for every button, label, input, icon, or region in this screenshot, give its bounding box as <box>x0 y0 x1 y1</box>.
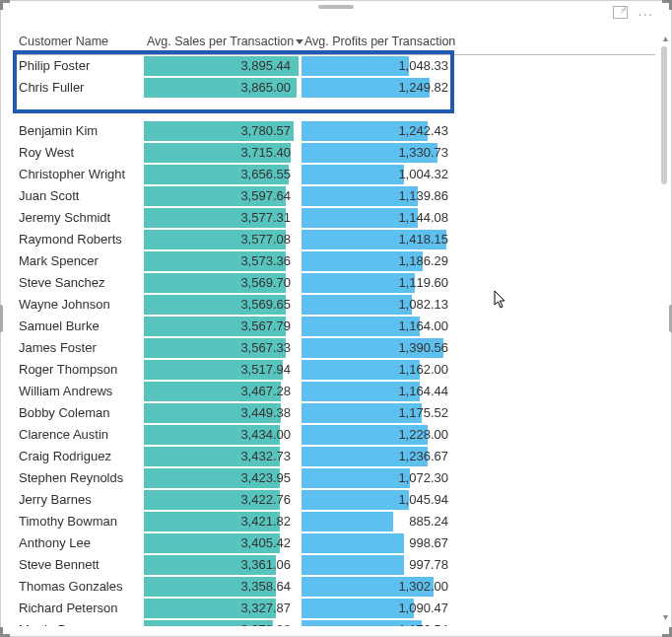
resize-handle-left[interactable] <box>0 305 3 332</box>
table-row[interactable]: Thomas Gonzales3,358.641,302.00 <box>15 576 655 598</box>
cell-customer: William Andrews <box>15 381 143 402</box>
table-row[interactable] <box>15 99 655 120</box>
cell-sales: 3,895.44 <box>143 55 301 77</box>
visual-container[interactable]: ··· ▴ ▾ Customer Name Avg. Sales per Tra… <box>0 0 672 637</box>
cell-profits: 1,164.44 <box>301 381 458 402</box>
cell-sales: 3,715.40 <box>143 142 301 164</box>
cell-profits: 1,249.82 <box>301 77 458 99</box>
cell-sales: 3,358.64 <box>143 576 301 598</box>
table-row[interactable]: Juan Scott3,597.641,139.86 <box>15 185 655 207</box>
cell-customer <box>15 99 143 120</box>
cell-profits: 1,072.30 <box>301 467 458 489</box>
table-row[interactable]: Timothy Bowman3,421.82885.24 <box>15 511 655 532</box>
cell-sales: 3,569.65 <box>143 294 301 316</box>
cell-profits: 885.24 <box>301 511 458 532</box>
cell-profits: 1,164.00 <box>301 316 458 337</box>
table-row[interactable]: James Foster3,567.331,390.56 <box>15 337 655 359</box>
table-row[interactable]: Roger Thompson3,517.941,162.00 <box>15 359 655 381</box>
cell-customer: Roy West <box>15 142 143 164</box>
drag-handle-top[interactable] <box>318 5 354 9</box>
table-row[interactable]: Craig Rodriguez3,432.731,236.67 <box>15 446 655 467</box>
table-row[interactable]: Christopher Wright3,656.551,004.32 <box>15 164 655 185</box>
cell-sales: 3,573.36 <box>143 250 301 272</box>
cell-profits: 1,418.15 <box>301 229 458 250</box>
cell-sales: 3,278.08 <box>143 619 301 627</box>
cell-customer: Juan Scott <box>15 185 143 207</box>
cell-profits: 1,302.00 <box>301 576 458 598</box>
cell-customer: Samuel Burke <box>15 316 143 337</box>
cell-customer: Richard Peterson <box>15 598 143 619</box>
resize-handle-tr[interactable] <box>662 0 672 10</box>
scroll-down-icon[interactable]: ▾ <box>663 611 668 622</box>
cell-profits: 1,330.73 <box>301 142 458 164</box>
table-header-row: Customer Name Avg. Sales per Transaction… <box>15 31 655 55</box>
cell-profits: 1,162.00 <box>301 359 458 381</box>
cell-profits: 1,119.60 <box>301 272 458 294</box>
cell-profits: 1,004.32 <box>301 164 458 185</box>
table-row[interactable]: Steve Bennett3,361.06997.78 <box>15 554 655 576</box>
col-header-profits[interactable]: Avg. Profits per Transaction <box>301 31 458 55</box>
table-row[interactable]: Wayne Johnson3,569.651,082.13 <box>15 294 655 316</box>
cell-customer: Thomas Gonzales <box>15 576 143 598</box>
resize-handle-bl[interactable] <box>0 627 10 637</box>
cell-profits: 1,048.33 <box>301 55 458 77</box>
cell-sales <box>143 99 301 120</box>
sort-desc-icon <box>296 39 303 44</box>
col-header-sales[interactable]: Avg. Sales per Transaction <box>143 31 301 55</box>
cell-customer: Christopher Wright <box>15 164 143 185</box>
more-options-icon[interactable]: ··· <box>638 5 653 22</box>
scroll-up-icon[interactable]: ▴ <box>663 33 668 43</box>
table-row[interactable]: Anthony Lee3,405.42998.67 <box>15 532 655 554</box>
cell-profits: 1,390.56 <box>301 337 458 359</box>
cell-sales: 3,517.94 <box>143 359 301 381</box>
table-row[interactable]: Jeremy Schmidt3,577.311,144.08 <box>15 207 655 229</box>
cell-sales: 3,422.76 <box>143 489 301 511</box>
cell-customer: Martin Berry <box>15 619 143 627</box>
scrollbar-thumb[interactable] <box>661 46 667 184</box>
cell-customer: Benjamin Kim <box>15 120 143 142</box>
focus-mode-icon[interactable] <box>613 5 628 22</box>
cell-profits: 1,236.67 <box>301 446 458 467</box>
table-body: Philip Foster3,895.441,048.33Chris Fulle… <box>15 55 655 627</box>
table-row[interactable]: Bobby Coleman3,449.381,175.52 <box>15 402 655 424</box>
cell-sales: 3,865.00 <box>143 77 301 99</box>
table-row[interactable]: Benjamin Kim3,780.571,242.43 <box>15 120 655 142</box>
col-spacer <box>458 31 655 55</box>
cell-sales: 3,656.55 <box>143 164 301 185</box>
table-row[interactable]: Chris Fuller3,865.001,249.82 <box>15 77 655 99</box>
cell-customer: Timothy Bowman <box>15 511 143 532</box>
table-row[interactable]: Mark Spencer3,573.361,186.29 <box>15 250 655 272</box>
table-row[interactable]: Roy West3,715.401,330.73 <box>15 142 655 164</box>
cell-sales: 3,405.42 <box>143 532 301 554</box>
cell-profits: 1,082.13 <box>301 294 458 316</box>
cell-profits: 998.67 <box>301 532 458 554</box>
resize-handle-br[interactable] <box>662 627 672 637</box>
cell-customer: Chris Fuller <box>15 77 143 99</box>
cell-profits: 1,242.43 <box>301 120 458 142</box>
table-row[interactable]: Jerry Barnes3,422.761,045.94 <box>15 489 655 511</box>
cell-sales: 3,327.87 <box>143 598 301 619</box>
cell-customer: Wayne Johnson <box>15 294 143 316</box>
table-row[interactable]: Steve Sanchez3,569.701,119.60 <box>15 272 655 294</box>
resize-handle-tl[interactable] <box>0 0 10 10</box>
table-row[interactable]: Richard Peterson3,327.871,090.47 <box>15 598 655 619</box>
cell-customer: Bobby Coleman <box>15 402 143 424</box>
table-row[interactable]: Stephen Reynolds3,423.951,072.30 <box>15 467 655 489</box>
table-row[interactable]: Clarence Austin3,434.001,228.00 <box>15 424 655 446</box>
cell-sales: 3,569.70 <box>143 272 301 294</box>
table-row[interactable]: Samuel Burke3,567.791,164.00 <box>15 316 655 337</box>
cell-customer: Mark Spencer <box>15 250 143 272</box>
cell-sales: 3,567.33 <box>143 337 301 359</box>
table-row[interactable]: Raymond Roberts3,577.081,418.15 <box>15 229 655 250</box>
col-header-customer[interactable]: Customer Name <box>15 31 143 55</box>
cell-profits: 1,186.29 <box>301 250 458 272</box>
cell-sales: 3,567.79 <box>143 316 301 337</box>
table-row[interactable]: William Andrews3,467.281,164.44 <box>15 381 655 402</box>
cell-sales: 3,780.57 <box>143 120 301 142</box>
cell-profits: 1,176.54 <box>301 619 458 627</box>
table-row[interactable]: Martin Berry3,278.081,176.54 <box>15 619 655 627</box>
cell-profits: 1,090.47 <box>301 598 458 619</box>
table-row[interactable]: Philip Foster3,895.441,048.33 <box>15 55 655 77</box>
cell-customer: Anthony Lee <box>15 532 143 554</box>
cell-customer: Steve Bennett <box>15 554 143 576</box>
